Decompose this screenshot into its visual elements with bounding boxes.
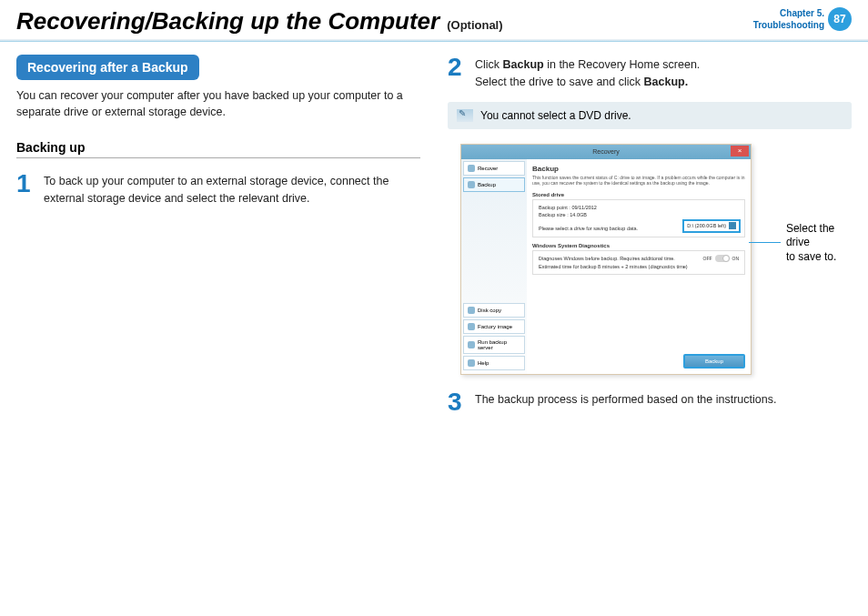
- chapter-section: Troubleshooting: [753, 19, 824, 31]
- t: Click: [475, 58, 503, 71]
- backup-size: Backup size : 14.0GB: [539, 211, 739, 219]
- t-bold: Backup: [503, 58, 544, 71]
- recovery-window: Recovery × Recover Backup Disk copy Fact…: [460, 144, 752, 375]
- diag-text: Diagnoses Windows before backup. Require…: [539, 256, 688, 269]
- l2: to save to.: [786, 250, 836, 263]
- step-3: 3 The backup process is performed based …: [448, 389, 852, 415]
- step-text: Click Backup in the Recovery Home screen…: [475, 55, 700, 91]
- factory-icon: [468, 323, 475, 330]
- t: Select the drive to save and click: [475, 76, 644, 88]
- window-titlebar: Recovery ×: [461, 145, 751, 159]
- label: Disk copy: [478, 308, 501, 313]
- drive-dropdown[interactable]: D:\ (200.0GB left): [682, 219, 741, 233]
- disk-icon: [468, 307, 475, 314]
- backup-point: Backup point : 09/11/2012: [539, 204, 739, 212]
- section-diag: Windows System Diagnostics: [532, 243, 745, 248]
- divider: [0, 39, 868, 42]
- backup-button[interactable]: Backup: [683, 354, 745, 369]
- sub-heading: Backing up: [16, 140, 420, 158]
- diag-toggle-wrap: OFF ON: [703, 255, 740, 262]
- step-text: To back up your computer to an external …: [44, 171, 420, 207]
- main-panel: Backup This function saves the current s…: [527, 159, 751, 374]
- sidebar-item-factory[interactable]: Factory image: [463, 319, 525, 334]
- chevron-down-icon: [729, 222, 736, 229]
- page-header: Recovering/Backing up the Computer (Opti…: [0, 0, 868, 35]
- backup-icon: [468, 181, 475, 188]
- step-number: 2: [448, 55, 466, 91]
- toggle-on-label: ON: [732, 255, 740, 262]
- stored-drive-box: Backup point : 09/11/2012 Backup size : …: [532, 199, 745, 237]
- section-stored: Stored drive: [532, 192, 745, 197]
- help-icon: [468, 359, 475, 367]
- l1: Select the drive: [786, 222, 834, 249]
- t-bold: Backup.: [644, 76, 689, 88]
- label: Recover: [478, 166, 498, 171]
- chapter-line: Chapter 5.: [753, 7, 824, 19]
- right-column: 2 Click Backup in the Recovery Home scre…: [448, 55, 852, 426]
- panel-title: Backup: [532, 165, 745, 173]
- page-number-badge: 87: [828, 7, 852, 31]
- intro-text: You can recover your computer after you …: [16, 87, 420, 120]
- chapter-info: Chapter 5. Troubleshooting: [753, 7, 824, 31]
- page-subtitle: (Optional): [447, 18, 502, 32]
- step-1: 1 To back up your computer to an externa…: [16, 171, 420, 207]
- window-body: Recover Backup Disk copy Factory image R…: [461, 159, 751, 374]
- content: Recovering after a Backup You can recove…: [0, 55, 868, 426]
- note-icon: [457, 109, 473, 122]
- toggle-off-label: OFF: [703, 255, 712, 262]
- t: in the Recovery Home screen.: [544, 58, 701, 71]
- run-icon: [468, 341, 475, 348]
- step-2: 2 Click Backup in the Recovery Home scre…: [448, 55, 852, 91]
- header-right: Chapter 5. Troubleshooting 87: [753, 7, 852, 31]
- sidebar-item-backup[interactable]: Backup: [463, 177, 525, 192]
- label: Help: [478, 360, 489, 366]
- sidebar-bottom: Disk copy Factory image Run backup serve…: [461, 301, 527, 374]
- recover-icon: [468, 165, 475, 172]
- sidebar-item-recover[interactable]: Recover: [463, 161, 525, 176]
- diag-box: Diagnoses Windows before backup. Require…: [532, 250, 745, 276]
- drive-value: D:\ (200.0GB left): [687, 222, 726, 230]
- screenshot-wrap: Recovery × Recover Backup Disk copy Fact…: [448, 144, 852, 375]
- window-title: Recovery: [592, 148, 620, 155]
- sidebar-item-run[interactable]: Run backup server: [463, 336, 525, 354]
- left-column: Recovering after a Backup You can recove…: [16, 55, 420, 426]
- section-heading: Recovering after a Backup: [16, 55, 199, 80]
- callout-line: [749, 242, 781, 243]
- panel-desc: This function saves the current status o…: [532, 175, 745, 187]
- callout-text: Select the drive to save to.: [786, 222, 852, 265]
- note-box: You cannot select a DVD drive.: [448, 102, 852, 129]
- label: Run backup server: [478, 339, 520, 350]
- label: Factory image: [478, 324, 512, 329]
- sidebar-item-diskcopy[interactable]: Disk copy: [463, 303, 525, 318]
- note-text: You cannot select a DVD drive.: [480, 109, 631, 122]
- step-number: 3: [448, 389, 466, 415]
- label: Backup: [478, 182, 496, 187]
- title-wrap: Recovering/Backing up the Computer (Opti…: [16, 7, 753, 35]
- sidebar-item-help[interactable]: Help: [463, 356, 525, 370]
- sidebar: Recover Backup Disk copy Factory image R…: [461, 159, 527, 374]
- diag-toggle[interactable]: [715, 255, 730, 262]
- sidebar-top: Recover Backup: [461, 159, 527, 301]
- close-icon[interactable]: ×: [731, 146, 749, 157]
- step-text: The backup process is performed based on…: [475, 389, 776, 415]
- callout-drive: Select the drive to save to.: [749, 222, 852, 265]
- page-title: Recovering/Backing up the Computer: [16, 7, 439, 35]
- step-number: 1: [16, 171, 35, 207]
